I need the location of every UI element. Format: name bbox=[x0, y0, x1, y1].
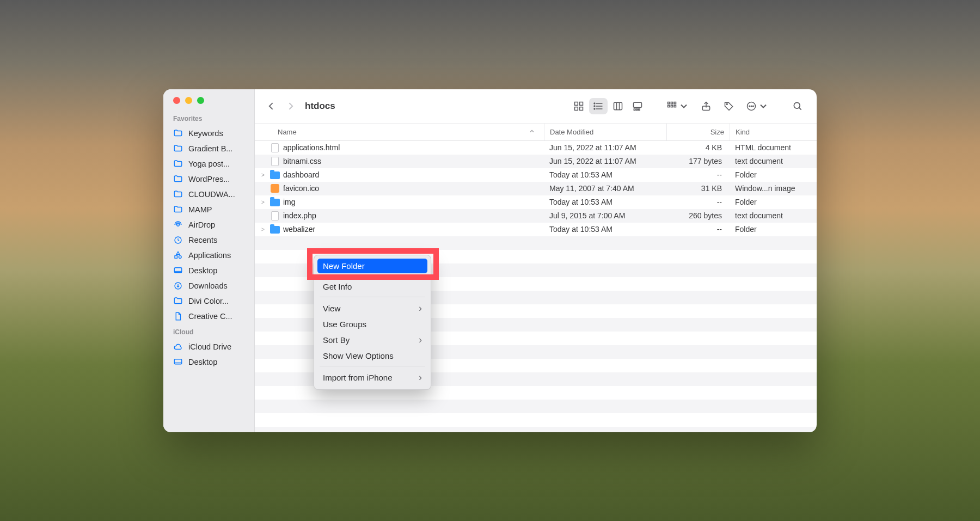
share-button[interactable] bbox=[697, 98, 715, 114]
document-icon bbox=[173, 311, 183, 321]
file-name: img bbox=[283, 198, 296, 206]
sidebar-item-favorites-4[interactable]: CLOUDWA... bbox=[163, 187, 254, 202]
sidebar-item-favorites-10[interactable]: Downloads bbox=[163, 278, 254, 293]
empty-row bbox=[255, 427, 817, 432]
file-date: Jun 15, 2022 at 11:07 AM bbox=[544, 157, 666, 166]
gallery-view-button[interactable] bbox=[628, 98, 647, 114]
icon-view-button[interactable] bbox=[569, 98, 588, 114]
svg-rect-29 bbox=[668, 105, 670, 107]
file-row[interactable]: applications.htmlJun 15, 2022 at 11:07 A… bbox=[255, 141, 817, 155]
file-size: 4 KB bbox=[666, 143, 730, 152]
apps-icon bbox=[173, 250, 183, 260]
column-header-name[interactable]: Name bbox=[255, 124, 544, 140]
document-icon bbox=[271, 211, 279, 220]
sidebar-item-favorites-0[interactable]: Keywords bbox=[163, 126, 254, 141]
empty-row bbox=[255, 236, 817, 250]
context-menu: New FolderGet InfoViewUse GroupsSort ByS… bbox=[314, 255, 431, 390]
svg-point-38 bbox=[794, 102, 800, 108]
list-view-button[interactable] bbox=[589, 98, 608, 114]
svg-point-36 bbox=[751, 106, 752, 107]
forward-button[interactable] bbox=[283, 97, 297, 115]
disclosure-triangle[interactable]: > bbox=[259, 172, 267, 178]
context-menu-item[interactable]: Show View Options bbox=[317, 348, 427, 363]
window-controls bbox=[163, 97, 254, 111]
svg-rect-30 bbox=[671, 105, 672, 107]
sidebar-item-favorites-7[interactable]: Recents bbox=[163, 232, 254, 248]
svg-point-16 bbox=[594, 103, 595, 104]
context-menu-item-label: Get Info bbox=[323, 282, 352, 291]
search-button[interactable] bbox=[788, 98, 807, 114]
file-kind: HTML document bbox=[730, 143, 817, 152]
column-header-name-label: Name bbox=[278, 128, 297, 136]
svg-point-0 bbox=[177, 223, 180, 226]
file-size: 177 bytes bbox=[666, 157, 730, 166]
file-name: dashboard bbox=[283, 170, 319, 179]
file-name: applications.html bbox=[283, 143, 340, 152]
sidebar-item-label: Recents bbox=[188, 236, 217, 244]
disclosure-triangle[interactable]: > bbox=[259, 199, 267, 205]
menu-divider bbox=[320, 297, 425, 297]
context-menu-item[interactable]: New Folder bbox=[317, 259, 427, 273]
sidebar-item-favorites-6[interactable]: AirDrop bbox=[163, 217, 254, 232]
sidebar-item-label: Yoga post... bbox=[188, 160, 230, 168]
file-size: -- bbox=[666, 225, 730, 234]
column-header-date[interactable]: Date Modified bbox=[544, 124, 666, 140]
sidebar-item-favorites-12[interactable]: Creative C... bbox=[163, 309, 254, 324]
file-date: May 11, 2007 at 7:40 AM bbox=[544, 184, 666, 193]
column-header-kind[interactable]: Kind bbox=[730, 124, 817, 140]
file-kind: Folder bbox=[730, 198, 817, 206]
context-menu-item-label: New Folder bbox=[323, 261, 365, 271]
context-menu-item-label: Import from iPhone bbox=[323, 373, 393, 382]
close-window-button[interactable] bbox=[173, 97, 180, 104]
disclosure-triangle[interactable]: > bbox=[259, 226, 267, 232]
document-icon bbox=[271, 157, 279, 166]
file-kind: Folder bbox=[730, 225, 817, 234]
view-mode-group bbox=[569, 98, 647, 114]
file-row[interactable]: index.phpJul 9, 2015 at 7:00 AM260 bytes… bbox=[255, 209, 817, 223]
zoom-window-button[interactable] bbox=[197, 97, 204, 104]
svg-point-35 bbox=[749, 106, 750, 107]
file-row[interactable]: >dashboardToday at 10:53 AM--Folder bbox=[255, 168, 817, 182]
sidebar-item-label: Keywords bbox=[188, 129, 223, 138]
file-row[interactable]: >imgToday at 10:53 AM--Folder bbox=[255, 195, 817, 209]
downloads-icon bbox=[173, 281, 183, 291]
more-actions-button[interactable] bbox=[743, 98, 772, 114]
column-view-button[interactable] bbox=[609, 98, 627, 114]
tags-button[interactable] bbox=[720, 98, 738, 114]
cloud-icon bbox=[173, 342, 183, 352]
sidebar-item-favorites-1[interactable]: Gradient B... bbox=[163, 141, 254, 156]
context-menu-item[interactable]: View bbox=[317, 300, 427, 317]
sidebar-item-icloud-0[interactable]: iCloud Drive bbox=[163, 339, 254, 354]
context-menu-item-label: Sort By bbox=[323, 335, 350, 345]
context-menu-item[interactable]: Use Groups bbox=[317, 317, 427, 332]
svg-rect-9 bbox=[575, 102, 578, 105]
sidebar-item-icloud-1[interactable]: Desktop bbox=[163, 354, 254, 370]
back-button[interactable] bbox=[265, 97, 279, 115]
sidebar-item-label: iCloud Drive bbox=[188, 342, 231, 351]
sidebar-item-favorites-8[interactable]: Applications bbox=[163, 248, 254, 263]
svg-rect-22 bbox=[634, 102, 642, 107]
svg-point-18 bbox=[594, 108, 595, 109]
column-header: Name Date Modified Size Kind bbox=[255, 123, 817, 141]
sidebar-item-favorites-2[interactable]: Yoga post... bbox=[163, 156, 254, 171]
file-kind: text document bbox=[730, 157, 817, 166]
sidebar-item-favorites-11[interactable]: Divi Color... bbox=[163, 293, 254, 309]
sidebar-item-favorites-9[interactable]: Desktop bbox=[163, 263, 254, 278]
main-pane: htdocs bbox=[255, 89, 817, 432]
file-date: Today at 10:53 AM bbox=[544, 225, 666, 234]
svg-rect-28 bbox=[674, 102, 676, 103]
sidebar-item-favorites-5[interactable]: MAMP bbox=[163, 202, 254, 217]
file-row[interactable]: bitnami.cssJun 15, 2022 at 11:07 AM177 b… bbox=[255, 155, 817, 168]
folder-icon bbox=[173, 159, 183, 169]
column-header-size[interactable]: Size bbox=[666, 124, 730, 140]
sidebar-item-favorites-3[interactable]: WordPres... bbox=[163, 171, 254, 187]
minimize-window-button[interactable] bbox=[185, 97, 192, 104]
context-menu-item[interactable]: Get Info bbox=[317, 279, 427, 294]
file-row[interactable]: >webalizerToday at 10:53 AM--Folder bbox=[255, 223, 817, 236]
file-name: favicon.ico bbox=[283, 184, 319, 193]
group-by-button[interactable] bbox=[663, 98, 693, 114]
context-menu-item[interactable]: Import from iPhone bbox=[317, 369, 427, 386]
context-menu-item[interactable]: Sort By bbox=[317, 332, 427, 348]
window-title: htdocs bbox=[305, 101, 335, 112]
file-row[interactable]: favicon.icoMay 11, 2007 at 7:40 AM31 KBW… bbox=[255, 182, 817, 195]
